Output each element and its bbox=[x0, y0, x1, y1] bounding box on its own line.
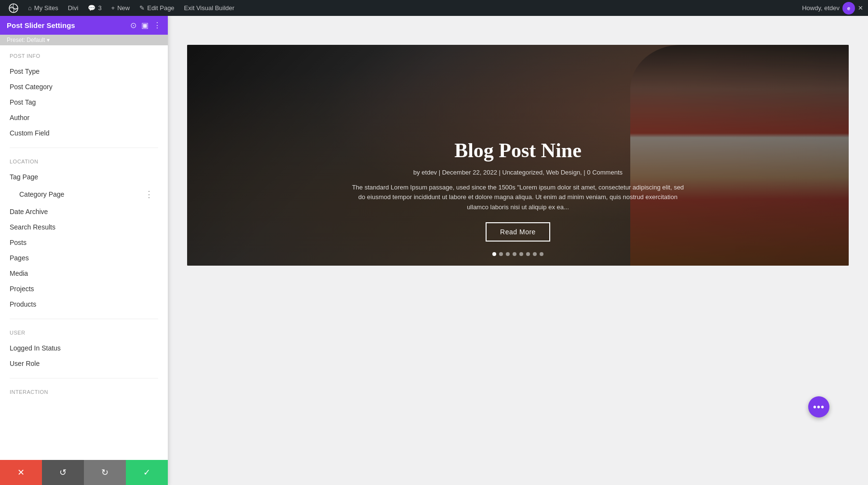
interaction-label: Interaction bbox=[10, 389, 158, 395]
condition-projects[interactable]: Projects bbox=[10, 281, 158, 296]
fab-button[interactable]: ••• bbox=[808, 396, 829, 418]
edit-icon: ✎ bbox=[139, 4, 145, 12]
condition-media[interactable]: Media bbox=[10, 266, 158, 281]
checkmark-icon: ✓ bbox=[143, 467, 150, 478]
panel-header: Post Slider Settings ⊙ ▣ ⋮ bbox=[0, 16, 168, 35]
preset-selector[interactable]: Preset: Default ▾ bbox=[0, 35, 168, 45]
edit-page-item[interactable]: ✎ Edit Page bbox=[136, 0, 178, 16]
divi-item[interactable]: Divi bbox=[64, 0, 82, 16]
chevron-down-icon: ▾ bbox=[47, 37, 50, 43]
panel-title: Post Slider Settings bbox=[7, 21, 75, 29]
condition-author[interactable]: Author bbox=[10, 110, 158, 125]
divider-1 bbox=[10, 148, 158, 148]
comment-icon: 💬 bbox=[88, 4, 95, 12]
condition-post-type[interactable]: Post Type bbox=[10, 64, 158, 79]
divider-2 bbox=[10, 319, 158, 319]
panel-header-icons: ⊙ ▣ ⋮ bbox=[130, 21, 161, 30]
condition-user-role[interactable]: User Role bbox=[10, 356, 158, 371]
location-label: Location bbox=[10, 159, 158, 164]
dot-3[interactable] bbox=[506, 252, 510, 256]
settings-icon[interactable]: ⊙ bbox=[130, 21, 136, 30]
left-panel: Post Slider Settings ⊙ ▣ ⋮ Preset: Defau… bbox=[0, 16, 168, 485]
dot-1[interactable] bbox=[492, 252, 496, 256]
condition-posts[interactable]: Posts bbox=[10, 235, 158, 250]
slider-title: Blog Post Nine bbox=[187, 139, 849, 162]
location-group: Location Tag Page Category Page ⋮ Date A… bbox=[0, 151, 168, 316]
user-group: User Logged In Status User Role bbox=[0, 322, 168, 375]
reset-icon: ↺ bbox=[59, 467, 67, 478]
plus-icon: + bbox=[111, 4, 115, 12]
close-icon: ✕ bbox=[17, 467, 25, 478]
read-more-button[interactable]: Read More bbox=[486, 222, 550, 242]
dot-5[interactable] bbox=[519, 252, 523, 256]
condition-products[interactable]: Products bbox=[10, 296, 158, 312]
post-info-label: Post Info bbox=[10, 53, 158, 59]
condition-logged-in-status[interactable]: Logged In Status bbox=[10, 340, 158, 356]
save-button[interactable]: ✓ bbox=[126, 460, 168, 485]
more-icon[interactable]: ⋮ bbox=[153, 21, 161, 30]
close-avatar-icon: ✕ bbox=[858, 4, 863, 12]
wordpress-logo bbox=[9, 3, 18, 13]
condition-pages[interactable]: Pages bbox=[10, 250, 158, 266]
howdy-area[interactable]: Howdy, etdev e ✕ bbox=[802, 2, 863, 14]
right-content: Blog Post Nine by etdev | December 22, 2… bbox=[168, 16, 868, 485]
redo-icon: ↻ bbox=[101, 467, 108, 478]
slider-image: Blog Post Nine by etdev | December 22, 2… bbox=[187, 45, 849, 266]
condition-date-archive[interactable]: Date Archive bbox=[10, 204, 158, 219]
slider-container: Blog Post Nine by etdev | December 22, 2… bbox=[187, 45, 849, 266]
reset-button[interactable]: ↺ bbox=[42, 460, 84, 485]
wp-logo-item[interactable] bbox=[5, 0, 22, 16]
redo-button[interactable]: ↻ bbox=[84, 460, 126, 485]
layout-icon[interactable]: ▣ bbox=[141, 21, 149, 30]
condition-post-category[interactable]: Post Category bbox=[10, 79, 158, 94]
dot-2[interactable] bbox=[499, 252, 503, 256]
new-item[interactable]: + New bbox=[108, 0, 134, 16]
avatar: e bbox=[842, 2, 855, 14]
dot-4[interactable] bbox=[513, 252, 516, 256]
interaction-group: Interaction bbox=[0, 381, 168, 404]
category-page-row: Category Page ⋮ bbox=[10, 185, 158, 204]
comments-item[interactable]: 💬 3 bbox=[84, 0, 105, 16]
divi-label: Divi bbox=[68, 4, 79, 12]
exit-builder-item[interactable]: Exit Visual Builder bbox=[180, 0, 239, 16]
conditions-panel: Post Info Post Type Post Category Post T… bbox=[0, 45, 168, 466]
divider-3 bbox=[10, 378, 158, 378]
my-sites-item[interactable]: ⌂ My Sites bbox=[24, 0, 62, 16]
slider-dots bbox=[492, 252, 543, 256]
home-icon: ⌂ bbox=[28, 4, 32, 12]
condition-post-tag[interactable]: Post Tag bbox=[10, 94, 158, 110]
condition-search-results[interactable]: Search Results bbox=[10, 219, 158, 235]
dot-7[interactable] bbox=[533, 252, 537, 256]
three-dot-icon[interactable]: ⋮ bbox=[145, 189, 153, 200]
bottom-toolbar: ✕ ↺ ↻ ✓ bbox=[0, 460, 168, 485]
slider-content: Blog Post Nine by etdev | December 22, 2… bbox=[187, 139, 849, 266]
slider-excerpt: The standard Lorem Ipsum passage, used s… bbox=[349, 183, 687, 213]
condition-tag-page[interactable]: Tag Page bbox=[10, 169, 158, 185]
condition-category-page[interactable]: Category Page bbox=[19, 187, 149, 202]
dot-6[interactable] bbox=[526, 252, 530, 256]
admin-bar: ⌂ My Sites Divi 💬 3 + New ✎ Edit Page Ex… bbox=[0, 0, 868, 16]
dot-8[interactable] bbox=[540, 252, 543, 256]
close-button[interactable]: ✕ bbox=[0, 460, 42, 485]
user-label: User bbox=[10, 330, 158, 336]
condition-custom-field[interactable]: Custom Field bbox=[10, 125, 158, 141]
post-info-group: Post Info Post Type Post Category Post T… bbox=[0, 45, 168, 145]
slider-meta: by etdev | December 22, 2022 | Uncategor… bbox=[187, 169, 849, 176]
